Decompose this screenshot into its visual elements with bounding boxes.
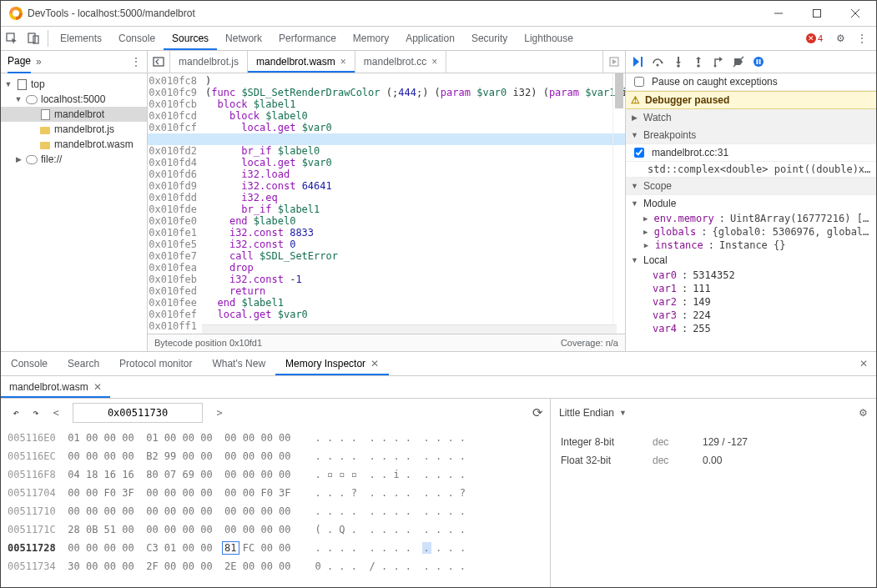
tree-top[interactable]: ▼top: [1, 77, 147, 92]
error-count[interactable]: ✕4: [806, 33, 823, 43]
file-tab[interactable]: mandelbrot.js: [170, 51, 248, 73]
scope-env[interactable]: ▶env.memory: Uint8Array(16777216) [101, …: [626, 212, 876, 225]
scope-local-var[interactable]: var1: 111: [626, 282, 876, 295]
navigator-overflow-icon[interactable]: »: [36, 56, 42, 68]
window-maximize-button[interactable]: [798, 1, 836, 26]
breakpoint-check[interactable]: [634, 148, 644, 158]
section-breakpoints[interactable]: ▼Breakpoints: [626, 127, 876, 144]
drawer-tab[interactable]: Search: [58, 352, 109, 375]
scope-local-var[interactable]: var3: 224: [626, 309, 876, 322]
navigator-tab-page[interactable]: Page: [8, 50, 31, 73]
step-into-icon[interactable]: [669, 53, 688, 71]
hex-row: 005116E0 01 00 00 00 01 00 00 00 00 00 0…: [8, 429, 543, 447]
tree-item[interactable]: mandelbrot: [1, 107, 147, 122]
scope-module[interactable]: ▼Module: [626, 195, 876, 212]
value-row: Integer 8-bitdec129 / -127: [561, 433, 866, 451]
window-minimize-button[interactable]: [759, 1, 798, 26]
file-tab[interactable]: mandelbrot.cc×: [355, 51, 446, 73]
scope-local-var[interactable]: var0: 5314352: [626, 269, 876, 282]
settings-icon[interactable]: ⚙: [829, 33, 851, 44]
window-close-button[interactable]: [836, 1, 874, 26]
main-tab-elements[interactable]: Elements: [52, 27, 110, 50]
nav-back-icon[interactable]: [148, 51, 170, 73]
hex-row: 00511734 30 00 00 00 2F 00 00 00 2E 00 0…: [8, 557, 543, 575]
main-tab-memory[interactable]: Memory: [345, 27, 397, 50]
svg-rect-12: [757, 59, 759, 64]
close-tab-icon[interactable]: ×: [340, 56, 346, 68]
bytecode-position: Bytecode position 0x10fd1: [154, 338, 262, 348]
svg-point-9: [697, 64, 700, 68]
main-tab-network[interactable]: Network: [217, 27, 270, 50]
hex-row: 00511728 00 00 00 00 C3 01 00 00 81 FC 0…: [8, 539, 543, 557]
step-out-icon[interactable]: [689, 53, 708, 71]
drawer-close-icon[interactable]: ✕: [851, 352, 876, 375]
hex-row: 00511704 00 00 F0 3F 00 00 00 00 00 00 F…: [8, 484, 543, 502]
tree-item[interactable]: mandelbrot.js: [1, 122, 147, 137]
close-tab-icon[interactable]: ×: [431, 56, 437, 68]
prev-page-icon[interactable]: <: [48, 407, 64, 419]
svg-rect-0: [814, 10, 821, 18]
svg-point-10: [714, 65, 717, 68]
pause-on-exceptions-icon[interactable]: [749, 53, 768, 71]
horizontal-scrollbar[interactable]: [204, 326, 467, 333]
deactivate-breakpoints-icon[interactable]: [729, 53, 748, 71]
hex-row: 0051171C 28 0B 51 00 00 00 00 00 00 00 0…: [8, 520, 543, 539]
svg-point-7: [657, 64, 659, 67]
main-tab-security[interactable]: Security: [463, 27, 516, 50]
vertical-scrollbar[interactable]: [615, 73, 623, 108]
navigator-more-icon[interactable]: ⋮: [125, 56, 147, 68]
scope-local[interactable]: ▼Local: [626, 252, 876, 269]
scope-local-var[interactable]: var2: 149: [626, 295, 876, 309]
drawer-tab[interactable]: Memory Inspector✕: [275, 352, 389, 375]
memory-settings-icon[interactable]: ⚙: [859, 407, 868, 419]
breakpoint-code: std::complex<double> point((double)x …: [626, 162, 876, 178]
svg-rect-6: [641, 57, 643, 67]
pause-caught-check[interactable]: [634, 77, 644, 87]
coverage-status: Coverage: n/a: [561, 338, 618, 348]
more-icon[interactable]: ⋮: [851, 33, 873, 44]
step-icon[interactable]: [709, 53, 728, 71]
drawer-tab[interactable]: Protocol monitor: [109, 352, 202, 375]
drawer-tab[interactable]: Console: [1, 352, 58, 375]
redo-icon[interactable]: ↷: [28, 407, 44, 419]
device-toggle-icon[interactable]: [23, 32, 44, 45]
section-watch[interactable]: ▶Watch: [626, 109, 876, 127]
refresh-icon[interactable]: ⟳: [532, 405, 543, 420]
devtools-icon: [9, 7, 23, 20]
memory-inspector-file-tab[interactable]: mandelbrot.wasm✕: [1, 376, 110, 398]
main-tab-lighthouse[interactable]: Lighthouse: [516, 27, 582, 50]
inspect-element-icon[interactable]: [1, 32, 23, 45]
resume-icon[interactable]: [629, 53, 648, 71]
scope-local-var[interactable]: var4: 255: [626, 322, 876, 335]
undo-icon[interactable]: ↶: [8, 407, 24, 419]
hex-row: 00511710 00 00 00 00 00 00 00 00 00 00 0…: [8, 502, 543, 520]
svg-rect-13: [759, 59, 761, 64]
main-tab-sources[interactable]: Sources: [164, 27, 217, 50]
scope-globals[interactable]: ▶globals: {global0: 5306976, global1: 65…: [626, 225, 876, 239]
main-toolbar: ElementsConsoleSourcesNetworkPerformance…: [1, 26, 876, 51]
step-over-icon[interactable]: [649, 53, 668, 71]
file-tab[interactable]: mandelbrot.wasm×: [248, 51, 355, 73]
run-snippet-icon[interactable]: [602, 51, 625, 73]
breakpoint-item[interactable]: mandelbrot.cc:31: [626, 144, 876, 162]
window-titlebar: DevTools - localhost:5000/mandelbrot: [1, 1, 876, 26]
tree-host[interactable]: ▼localhost:5000: [1, 92, 147, 107]
tree-item[interactable]: mandelbrot.wasm: [1, 137, 147, 152]
pause-on-caught-checkbox[interactable]: Pause on caught exceptions: [626, 73, 876, 91]
main-tab-performance[interactable]: Performance: [270, 27, 345, 50]
value-row: Float 32-bitdec0.00: [561, 451, 866, 470]
memory-address-input[interactable]: [73, 403, 203, 423]
window-title: DevTools - localhost:5000/mandelbrot: [28, 8, 195, 19]
tree-file-scheme[interactable]: ▶file://: [1, 152, 147, 167]
main-tab-console[interactable]: Console: [110, 27, 164, 50]
hex-row: 005116F8 04 18 16 16 80 07 69 00 00 00 0…: [8, 465, 543, 484]
endian-selector[interactable]: Little Endian▼: [559, 407, 627, 419]
section-scope[interactable]: ▼Scope: [626, 178, 876, 195]
next-page-icon[interactable]: >: [211, 407, 228, 419]
scope-instance[interactable]: ▶instance: Instance {}: [626, 239, 876, 252]
svg-point-8: [677, 64, 680, 68]
svg-rect-2: [28, 33, 35, 43]
main-tab-application[interactable]: Application: [397, 27, 463, 50]
debugger-paused-banner: ⚠Debugger paused: [626, 91, 876, 109]
drawer-tab[interactable]: What's New: [202, 352, 275, 375]
